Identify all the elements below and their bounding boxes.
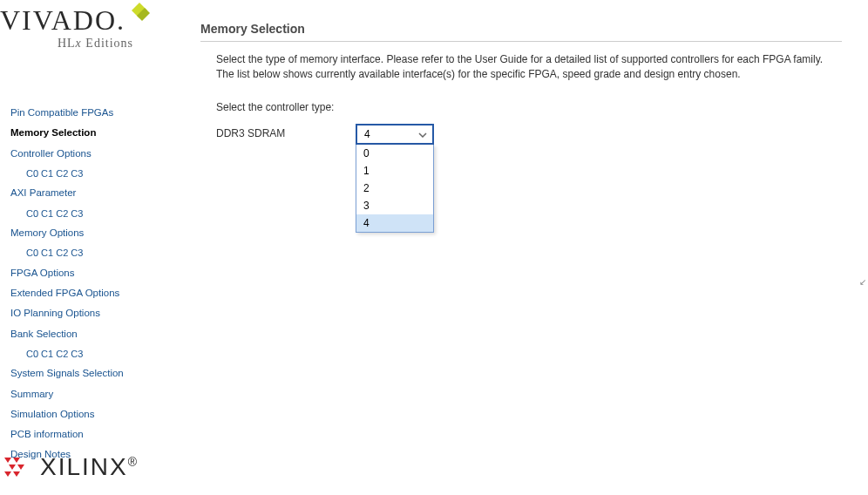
sidebar-item-summary[interactable]: Summary bbox=[10, 384, 185, 404]
sidebar-item-simulation-options[interactable]: Simulation Options bbox=[10, 404, 185, 424]
vivado-logo-area: VIVADO. HLx Editions bbox=[0, 0, 170, 92]
sidebar-item-memory-options[interactable]: Memory Options bbox=[10, 223, 185, 243]
sidebar-item-io-planning-options[interactable]: IO Planning Options bbox=[10, 303, 185, 323]
xilinx-wordmark: XILINX® bbox=[40, 453, 139, 481]
sidebar-item-pin-compatible-fpgas[interactable]: Pin Compatible FPGAs bbox=[10, 103, 185, 123]
resize-handle-icon[interactable]: ↙ bbox=[859, 277, 866, 287]
sidebar-subitem-axi-parameter[interactable]: C0 C1 C2 C3 bbox=[10, 204, 185, 224]
sidebar-item-controller-options[interactable]: Controller Options bbox=[10, 144, 185, 164]
svg-marker-5 bbox=[17, 464, 24, 470]
dropdown-option-2[interactable]: 2 bbox=[356, 180, 433, 197]
main-panel: Memory Selection Select the type of memo… bbox=[200, 22, 842, 145]
ddr3-sdram-label: DDR3 SDRAM bbox=[216, 124, 356, 139]
dropdown-option-4[interactable]: 4 bbox=[356, 214, 433, 232]
sidebar-item-memory-selection[interactable]: Memory Selection bbox=[10, 123, 185, 143]
page-description: Select the type of memory interface. Ple… bbox=[216, 52, 842, 82]
wizard-sidebar: Pin Compatible FPGAs Memory Selection Co… bbox=[10, 103, 185, 465]
svg-marker-7 bbox=[13, 471, 20, 477]
svg-marker-4 bbox=[9, 464, 16, 470]
svg-marker-6 bbox=[4, 471, 11, 477]
dropdown-option-0[interactable]: 0 bbox=[356, 145, 433, 162]
sidebar-subitem-memory-options[interactable]: C0 C1 C2 C3 bbox=[10, 243, 185, 263]
sidebar-subitem-controller-options[interactable]: C0 C1 C2 C3 bbox=[10, 164, 185, 184]
svg-marker-3 bbox=[13, 458, 20, 463]
form-row-ddr3-sdram: DDR3 SDRAM 4 0 1 2 3 4 bbox=[216, 124, 842, 145]
chevron-down-icon bbox=[418, 128, 427, 140]
dropdown-select[interactable]: 4 bbox=[356, 124, 434, 145]
dropdown-option-1[interactable]: 1 bbox=[356, 162, 433, 180]
svg-marker-2 bbox=[4, 458, 11, 463]
dropdown-selected-value: 4 bbox=[364, 128, 370, 140]
sidebar-item-bank-selection[interactable]: Bank Selection bbox=[10, 324, 185, 344]
controller-type-prompt: Select the controller type: bbox=[216, 101, 842, 113]
sidebar-subitem-bank-selection[interactable]: C0 C1 C2 C3 bbox=[10, 344, 185, 364]
xilinx-logo: XILINX® bbox=[3, 453, 139, 481]
sidebar-item-axi-parameter[interactable]: AXI Parameter bbox=[10, 183, 185, 203]
vivado-logo-mark bbox=[126, 0, 153, 29]
sidebar-item-fpga-options[interactable]: FPGA Options bbox=[10, 263, 185, 283]
dropdown-option-3[interactable]: 3 bbox=[356, 197, 433, 214]
vivado-edition-label: HLx Editions bbox=[0, 37, 170, 51]
xilinx-logo-mark bbox=[3, 454, 33, 480]
sidebar-item-system-signals-selection[interactable]: System Signals Selection bbox=[10, 363, 185, 383]
sidebar-item-pcb-information[interactable]: PCB information bbox=[10, 424, 185, 444]
dropdown-list: 0 1 2 3 4 bbox=[356, 145, 434, 233]
sidebar-item-extended-fpga-options[interactable]: Extended FPGA Options bbox=[10, 283, 185, 303]
page-title: Memory Selection bbox=[200, 22, 842, 42]
controller-count-dropdown[interactable]: 4 0 1 2 3 4 bbox=[356, 124, 434, 145]
